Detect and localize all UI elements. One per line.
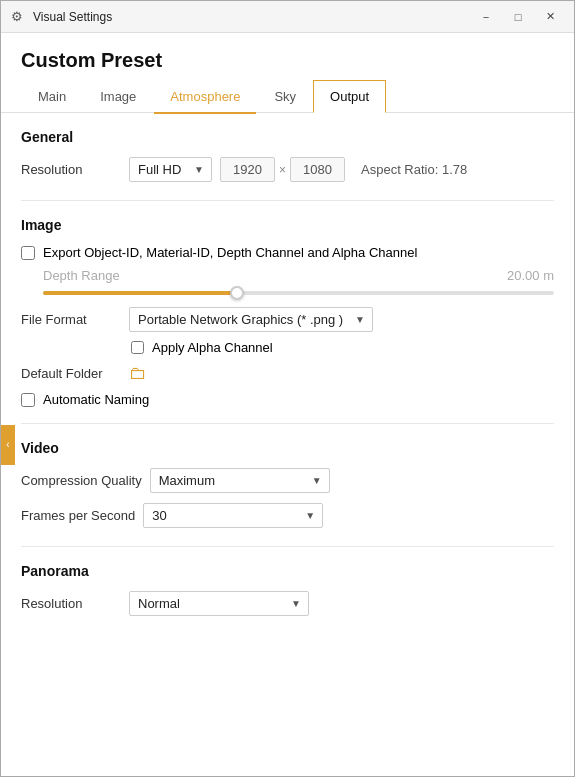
resolution-inputs: ×: [220, 157, 345, 182]
export-label: Export Object-ID, Material-ID, Depth Cha…: [43, 245, 417, 260]
scrollable-content: General Resolution Full HD 4K 720p Custo…: [1, 113, 574, 776]
tab-bar: Main Image Atmosphere Sky Output: [1, 80, 574, 113]
compression-row: Compression Quality Maximum High Medium …: [21, 468, 554, 493]
default-folder-row: Default Folder 🗀: [21, 363, 554, 384]
close-button[interactable]: ✕: [536, 7, 564, 27]
apply-alpha-checkbox[interactable]: [131, 341, 144, 354]
depth-slider-thumb[interactable]: [230, 286, 244, 300]
image-title: Image: [21, 217, 554, 233]
general-title: General: [21, 129, 554, 145]
aspect-ratio-label: Aspect Ratio: 1.78: [361, 162, 467, 177]
folder-icon[interactable]: 🗀: [129, 363, 147, 384]
tab-main[interactable]: Main: [21, 80, 83, 113]
window-controls: − □ ✕: [472, 7, 564, 27]
times-symbol: ×: [279, 163, 286, 177]
default-folder-label: Default Folder: [21, 366, 121, 381]
automatic-naming-checkbox[interactable]: [21, 393, 35, 407]
video-section: Video Compression Quality Maximum High M…: [21, 424, 554, 547]
depth-range-row: Depth Range 20.00 m: [21, 268, 554, 283]
depth-slider-wrapper: [21, 291, 554, 295]
automatic-naming-row: Automatic Naming: [21, 392, 554, 407]
panorama-resolution-row: Resolution Normal High Low ▼: [21, 591, 554, 616]
file-format-row: File Format Portable Network Graphics (*…: [21, 307, 554, 332]
compression-select[interactable]: Maximum High Medium Low: [150, 468, 330, 493]
height-input[interactable]: [290, 157, 345, 182]
tab-image[interactable]: Image: [83, 80, 153, 113]
main-content: Custom Preset Main Image Atmosphere Sky …: [1, 33, 574, 776]
maximize-button[interactable]: □: [504, 7, 532, 27]
panorama-title: Panorama: [21, 563, 554, 579]
tab-atmosphere[interactable]: Atmosphere: [153, 80, 257, 113]
panorama-resolution-select[interactable]: Normal High Low: [129, 591, 309, 616]
export-checkbox[interactable]: [21, 246, 35, 260]
window: ⚙ Visual Settings − □ ✕ Custom Preset Ma…: [0, 0, 575, 777]
fps-label: Frames per Second: [21, 508, 135, 523]
resolution-select-wrapper: Full HD 4K 720p Custom ▼: [129, 157, 212, 182]
compression-label: Compression Quality: [21, 473, 142, 488]
resolution-label: Resolution: [21, 162, 121, 177]
fps-select[interactable]: 30 24 60 120: [143, 503, 323, 528]
compression-select-wrapper: Maximum High Medium Low ▼: [150, 468, 330, 493]
minimize-button[interactable]: −: [472, 7, 500, 27]
depth-slider-track[interactable]: [43, 291, 554, 295]
panorama-resolution-select-wrapper: Normal High Low ▼: [129, 591, 309, 616]
apply-alpha-label: Apply Alpha Channel: [152, 340, 273, 355]
tab-output[interactable]: Output: [313, 80, 386, 113]
tab-sky[interactable]: Sky: [257, 80, 313, 113]
window-title: Visual Settings: [33, 10, 472, 24]
apply-alpha-row: Apply Alpha Channel: [21, 340, 554, 355]
panorama-section: Panorama Resolution Normal High Low ▼: [21, 547, 554, 634]
depth-range-value: 20.00 m: [507, 268, 554, 283]
title-bar: ⚙ Visual Settings − □ ✕: [1, 1, 574, 33]
file-format-select-wrapper: Portable Network Graphics (* .png ) JPEG…: [129, 307, 373, 332]
resolution-row: Resolution Full HD 4K 720p Custom ▼: [21, 157, 554, 182]
file-format-select[interactable]: Portable Network Graphics (* .png ) JPEG…: [129, 307, 373, 332]
preset-title: Custom Preset: [1, 33, 574, 80]
width-input[interactable]: [220, 157, 275, 182]
resolution-select[interactable]: Full HD 4K 720p Custom: [129, 157, 212, 182]
file-format-label: File Format: [21, 312, 121, 327]
app-icon: ⚙: [11, 9, 27, 25]
fps-row: Frames per Second 30 24 60 120 ▼: [21, 503, 554, 528]
automatic-naming-label: Automatic Naming: [43, 392, 149, 407]
fps-select-wrapper: 30 24 60 120 ▼: [143, 503, 323, 528]
video-title: Video: [21, 440, 554, 456]
general-section: General Resolution Full HD 4K 720p Custo…: [21, 113, 554, 201]
export-checkbox-row: Export Object-ID, Material-ID, Depth Cha…: [21, 245, 554, 260]
depth-range-label: Depth Range: [43, 268, 499, 283]
image-section: Image Export Object-ID, Material-ID, Dep…: [21, 201, 554, 424]
panorama-resolution-label: Resolution: [21, 596, 121, 611]
depth-slider-fill: [43, 291, 237, 295]
